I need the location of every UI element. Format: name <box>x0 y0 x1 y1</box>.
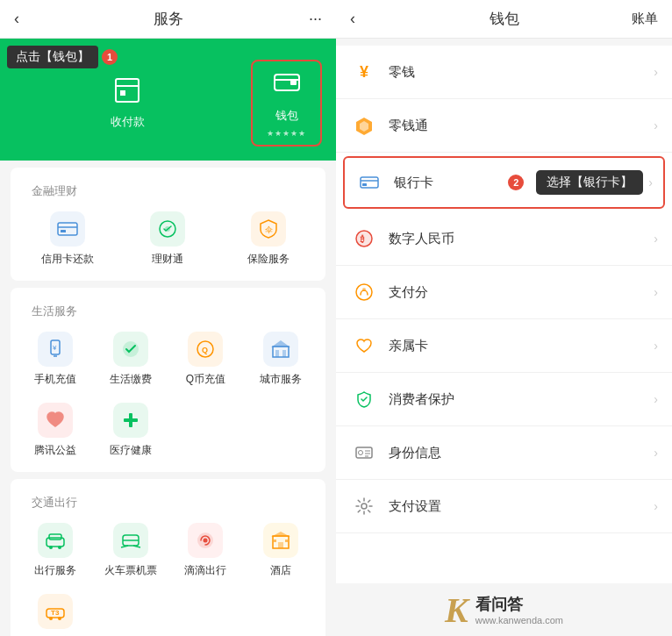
medical-health-item[interactable]: 医疗健康 <box>93 399 168 461</box>
pay-settings-icon <box>350 492 378 520</box>
licaitong-label: 理财通 <box>152 252 183 267</box>
left-more-button[interactable]: ··· <box>309 10 322 28</box>
didi-label: 滴滴出行 <box>184 563 226 578</box>
left-panel: ‹ 服务 ··· 点击【钱包】 1 <box>0 0 336 636</box>
wallet-item[interactable]: 钱包 ★★★★★ <box>251 60 322 146</box>
left-header: ‹ 服务 ··· <box>0 0 336 39</box>
lingqiantong-arrow: › <box>654 118 658 132</box>
wallet-list: ¥ 零钱 › 零钱通 › <box>336 46 672 636</box>
svg-rect-8 <box>61 230 66 232</box>
credit-card-item[interactable]: 信用卡还款 <box>18 208 118 270</box>
qcoin-icon: Q <box>188 332 223 367</box>
didi-item[interactable]: 滴滴出行 <box>168 519 244 582</box>
identity-row[interactable]: 身份信息 › <box>336 426 672 480</box>
right-title: 钱包 <box>336 9 672 29</box>
svg-rect-20 <box>282 350 286 357</box>
digital-rmb-row[interactable]: ₿ 数字人民币 › <box>336 212 672 266</box>
svg-text:伞: 伞 <box>265 225 273 234</box>
consumer-protect-arrow: › <box>654 392 658 406</box>
licaitong-item[interactable]: 理财通 <box>118 208 218 270</box>
pay-settings-arrow: › <box>654 499 658 513</box>
svg-line-31 <box>133 546 140 547</box>
wallet-stars: ★★★★★ <box>267 129 306 138</box>
lingqiantong-row[interactable]: 零钱通 › <box>336 99 672 153</box>
tooltip-text: 点击【钱包】 <box>16 49 89 65</box>
family-card-label: 亲属卡 <box>389 338 654 354</box>
receive-payment-item[interactable]: 收付款 <box>14 76 240 130</box>
life-pay-item[interactable]: 生活缴费 <box>93 328 168 390</box>
svg-rect-35 <box>278 542 283 548</box>
wallet-icon <box>273 68 301 103</box>
city-service-icon <box>263 332 298 367</box>
lingqian-row[interactable]: ¥ 零钱 › <box>336 46 672 99</box>
left-back-button[interactable]: ‹ <box>14 10 19 28</box>
tencent-charity-item[interactable]: 腾讯公益 <box>18 399 93 461</box>
consumer-protect-label: 消费者保护 <box>389 391 654 408</box>
svg-point-50 <box>362 288 366 291</box>
svg-point-52 <box>359 451 363 455</box>
train-icon <box>113 523 148 558</box>
watermark-text: 看问答 www.kanwenda.com <box>475 594 563 625</box>
zhifufen-row[interactable]: 支付分 › <box>336 266 672 319</box>
t3-taxi-item[interactable]: T3 T3打车 <box>18 590 93 636</box>
qcoin-item[interactable]: Q Q币充值 <box>168 328 244 390</box>
svg-rect-45 <box>362 183 367 186</box>
svg-text:¥: ¥ <box>52 344 57 352</box>
digital-rmb-label: 数字人民币 <box>389 231 654 247</box>
city-service-item[interactable]: 城市服务 <box>243 328 318 390</box>
hotel-item[interactable]: 酒店 <box>243 519 318 582</box>
svg-rect-2 <box>120 90 125 96</box>
svg-point-49 <box>356 284 372 300</box>
family-card-row[interactable]: 亲属卡 › <box>336 319 672 373</box>
bankcard-icon <box>355 168 383 197</box>
tencent-charity-icon <box>38 403 73 438</box>
finance-title: 金融理财 <box>21 178 315 199</box>
bankcard-tooltip-text: 选择【银行卡】 <box>547 175 633 190</box>
right-back-button[interactable]: ‹ <box>350 10 355 28</box>
right-header: ‹ 钱包 账单 <box>336 0 672 39</box>
t3-icon: T3 <box>38 594 73 629</box>
digital-rmb-arrow: › <box>654 232 658 246</box>
bankcard-row[interactable]: 银行卡 2 选择【银行卡】 › <box>343 156 665 209</box>
travel-icon <box>38 523 73 558</box>
step-badge-2: 2 <box>508 175 524 190</box>
travel-service-item[interactable]: 出行服务 <box>18 519 93 582</box>
svg-rect-27 <box>49 534 61 540</box>
bankcard-tooltip: 选择【银行卡】 <box>536 170 643 195</box>
right-panel: ‹ 钱包 账单 ¥ 零钱 › 零钱通 › <box>336 0 672 636</box>
zhifufen-arrow: › <box>654 285 658 299</box>
svg-text:Q: Q <box>202 346 208 354</box>
train-label: 火车票机票 <box>104 563 157 578</box>
hotel-label: 酒店 <box>270 563 291 578</box>
city-service-label: 城市服务 <box>260 372 302 387</box>
medical-health-icon <box>113 403 148 438</box>
bankcard-container: 银行卡 2 选择【银行卡】 › <box>336 153 672 212</box>
train-ticket-item[interactable]: 火车票机票 <box>93 519 168 582</box>
svg-point-25 <box>49 546 53 549</box>
hotel-icon <box>263 523 298 558</box>
finance-section: 金融理财 信用卡还款 <box>11 168 325 281</box>
travel-label: 出行服务 <box>34 563 76 578</box>
zhifufen-icon <box>350 278 378 306</box>
transport-row-2: T3 T3打车 <box>11 582 325 636</box>
bankcard-label: 银行卡 <box>394 175 508 191</box>
phone-charge-item[interactable]: ¥ 手机充值 <box>18 328 93 390</box>
licaitong-icon <box>150 211 185 247</box>
family-card-arrow: › <box>654 339 658 353</box>
insurance-icon: 伞 <box>251 211 286 247</box>
pay-settings-row[interactable]: 支付设置 › <box>336 480 672 533</box>
consumer-protect-icon <box>350 385 378 413</box>
account-button[interactable]: 账单 <box>632 11 658 27</box>
svg-marker-38 <box>271 532 290 537</box>
digital-rmb-icon: ₿ <box>350 225 378 253</box>
left-scroll-area: 点击【钱包】 1 收付款 <box>0 39 336 636</box>
identity-label: 身份信息 <box>389 445 654 461</box>
lingqiantong-icon <box>350 111 378 139</box>
watermark-logo: K <box>445 590 468 631</box>
finance-row: 信用卡还款 理财通 <box>11 199 325 270</box>
insurance-item[interactable]: 伞 保险服务 <box>218 208 318 270</box>
svg-point-56 <box>361 504 367 509</box>
consumer-protect-row[interactable]: 消费者保护 › <box>336 373 672 426</box>
zhifufen-label: 支付分 <box>389 284 654 301</box>
credit-card-icon <box>50 211 85 247</box>
